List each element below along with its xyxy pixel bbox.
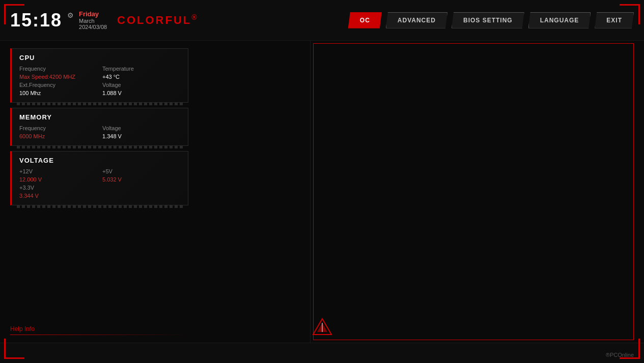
- mem-freq-value: 6000 MHz: [19, 133, 97, 139]
- mem-voltage-value: 1.348 V: [102, 133, 180, 139]
- cpu-freq-label: Frequency: [19, 66, 97, 72]
- nav-buttons: OCADVANCEDBIOS SETTINGLANGUAGEEXIT: [348, 12, 634, 28]
- cpu-ext-value: 100 Mhz: [19, 90, 97, 96]
- header: 15:18 ⚙ Friday March 2024/03/08 COLORFUL…: [0, 0, 644, 41]
- help-info: Help Info: [10, 325, 188, 332]
- help-section: Help Info: [10, 325, 188, 335]
- corner-decoration-bl: [4, 339, 24, 359]
- cpu-freq-value: Max Speed:4200 MHZ: [19, 74, 97, 80]
- nav-btn-language[interactable]: LANGUAGE: [528, 12, 591, 28]
- cpu-ext-label: Ext.Frequency: [19, 82, 97, 88]
- memory-grid: Frequency Voltage 6000 MHz 1.348 V: [19, 125, 180, 139]
- logo-suffix: ®: [191, 13, 198, 21]
- v5-label: +5V: [102, 168, 180, 174]
- clock-section: 15:18 ⚙ Friday March 2024/03/08: [10, 10, 112, 31]
- v12-label: +12V: [19, 168, 97, 174]
- cpu-title: CPU: [19, 54, 180, 62]
- footer: [0, 343, 644, 363]
- v33-label: +3.3V: [19, 185, 97, 191]
- cpu-grid: Frequency Temperature Max Speed:4200 MHZ…: [19, 66, 180, 96]
- month-name: March: [79, 18, 107, 24]
- v12-value: 12.000 V: [19, 176, 97, 183]
- left-panel: CPU Frequency Temperature Max Speed:4200…: [0, 41, 199, 343]
- v33-value: 3.344 V: [19, 193, 97, 199]
- nav-btn-bios-setting[interactable]: BIOS SETTING: [452, 12, 524, 28]
- nav-btn-advanced[interactable]: ADVANCED: [386, 12, 447, 28]
- logo-text: COLORFUL: [117, 14, 191, 26]
- footer-logo: [312, 318, 332, 338]
- voltage-card: VOLTAGE +12V +5V 12.000 V 5.032 V +3.3V …: [10, 151, 188, 205]
- mem-freq-label: Frequency: [19, 125, 97, 131]
- pcol-logo: ®PCOnline: [606, 352, 634, 358]
- right-panel: [311, 41, 644, 343]
- gear-icon: ⚙: [67, 11, 74, 19]
- nav-btn-exit[interactable]: EXIT: [595, 12, 634, 28]
- cpu-card: CPU Frequency Temperature Max Speed:4200…: [10, 48, 188, 103]
- cpu-temp-value: +43 °C: [102, 74, 180, 80]
- main-content: CPU Frequency Temperature Max Speed:4200…: [0, 41, 644, 343]
- day-name: Friday: [79, 10, 107, 18]
- middle-panel: [199, 41, 311, 343]
- v5-value: 5.032 V: [102, 176, 180, 183]
- cpu-voltage-label: Voltage: [102, 82, 180, 88]
- memory-card: MEMORY Frequency Voltage 6000 MHz 1.348 …: [10, 108, 188, 146]
- cpu-temp-label: Temperature: [102, 66, 180, 72]
- voltage-grid: +12V +5V 12.000 V 5.032 V +3.3V 3.344 V: [19, 168, 180, 199]
- clock-date-info: Friday March 2024/03/08: [79, 10, 107, 30]
- corner-decoration-tl: [4, 4, 24, 24]
- nav-btn-oc[interactable]: OC: [348, 12, 382, 28]
- voltage-title: VOLTAGE: [19, 157, 180, 164]
- mem-voltage-label: Voltage: [102, 125, 180, 131]
- memory-title: MEMORY: [19, 113, 180, 121]
- brand-logo: COLORFUL®: [117, 13, 199, 27]
- date-value: 2024/03/08: [79, 24, 107, 30]
- cpu-voltage-value: 1.088 V: [102, 90, 180, 96]
- settings-list[interactable]: [318, 46, 636, 338]
